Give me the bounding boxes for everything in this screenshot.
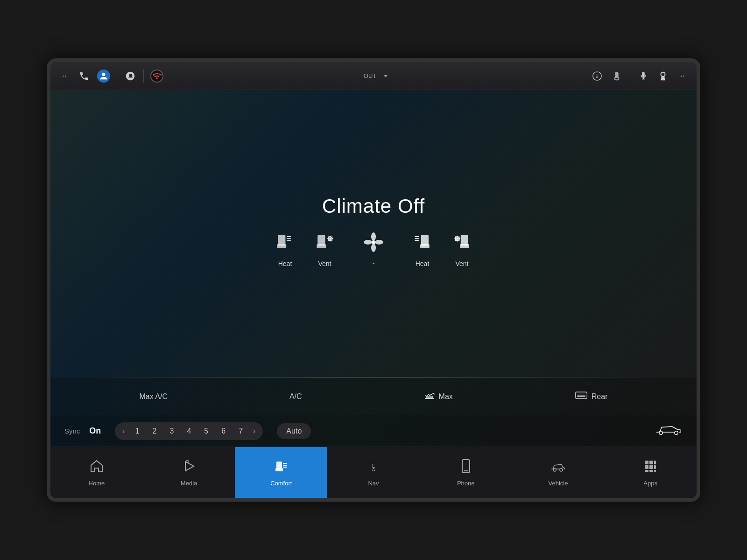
svg-rect-53 [645, 465, 648, 469]
right-heat-icon [412, 231, 433, 256]
comfort-icon [274, 459, 289, 477]
status-center: OUT [364, 71, 390, 81]
rear-button[interactable]: Rear [567, 386, 615, 407]
phone-icon[interactable] [78, 70, 91, 83]
home-label: Home [89, 480, 105, 487]
fan-prev-button[interactable]: ‹ [122, 427, 125, 435]
svg-rect-30 [460, 244, 469, 248]
fan-speed-6[interactable]: 6 [218, 425, 228, 437]
status-left: ·· [58, 69, 163, 83]
fan-speed-1[interactable]: 1 [133, 425, 142, 437]
nav-phone[interactable]: Phone [420, 447, 512, 498]
home-icon [89, 459, 104, 477]
right-vent-icon [451, 231, 472, 256]
media-icon [182, 459, 197, 477]
svg-point-17 [371, 244, 376, 252]
climate-header: Climate Off [50, 90, 697, 377]
svg-rect-54 [649, 465, 653, 469]
nav-media[interactable]: Media [143, 447, 235, 498]
left-heat-icon [275, 231, 296, 256]
svg-rect-50 [645, 461, 648, 464]
left-heat-label: Heat [278, 260, 292, 267]
fan-next-button[interactable]: › [253, 427, 255, 435]
svg-point-49 [560, 469, 563, 471]
nav-apps[interactable]: Apps [604, 447, 697, 498]
fan-speed-7[interactable]: 7 [236, 425, 246, 437]
seatbelt-icon [656, 70, 669, 83]
temperature-icon [610, 70, 623, 83]
svg-rect-52 [654, 461, 656, 464]
auto-button[interactable]: Auto [277, 423, 311, 439]
fan-icon [363, 232, 384, 257]
status-divider-3 [630, 69, 630, 83]
fan-speed-row: Sync On ‹ 1 2 3 4 5 6 7 › Auto [50, 415, 697, 447]
fan-dash: - [373, 259, 375, 267]
nav-vehicle[interactable]: Vehicle [512, 447, 605, 498]
svg-rect-31 [425, 398, 434, 399]
mic-icon[interactable] [637, 70, 650, 83]
ac-button[interactable]: A/C [282, 389, 310, 405]
svg-text:A: A [372, 467, 375, 472]
vehicle-icon [550, 459, 565, 477]
rear-defrost-icon [575, 390, 588, 403]
fan-speed-2[interactable]: 2 [150, 425, 160, 437]
fan-speed-4[interactable]: 4 [184, 425, 194, 437]
max-button[interactable]: Max [416, 386, 460, 407]
svg-rect-51 [649, 461, 653, 464]
svg-point-16 [375, 240, 383, 245]
phone-nav-label: Phone [457, 480, 475, 487]
left-vent-control[interactable]: Vent [314, 231, 335, 267]
status-divider-1 [117, 69, 117, 83]
max-ac-button[interactable]: Max A/C [132, 389, 175, 405]
fan-speed-controls: ‹ 1 2 3 4 5 6 7 › [115, 422, 263, 440]
media-label: Media [181, 480, 197, 487]
svg-point-15 [371, 232, 376, 241]
fan-speed-3[interactable]: 3 [167, 425, 177, 437]
dots-right-icon: ·· [676, 70, 689, 83]
nav-nav[interactable]: E A Nav [327, 447, 420, 498]
vehicle-label: Vehicle [548, 480, 568, 487]
snapchat-icon[interactable] [124, 70, 137, 83]
sync-label: Sync [64, 427, 80, 435]
right-vent-control[interactable]: Vent [451, 231, 472, 267]
wifi-icon[interactable] [150, 70, 163, 83]
controls-row: Max A/C A/C Max [50, 378, 697, 415]
nav-home[interactable]: Home [50, 447, 143, 498]
right-vent-label: Vent [455, 260, 468, 267]
nav-icon: E A [366, 459, 381, 477]
comfort-label: Comfort [270, 480, 292, 487]
right-heat-control[interactable]: Heat [412, 231, 433, 267]
svg-point-38 [675, 431, 678, 435]
nav-label: Nav [368, 480, 379, 487]
svg-point-48 [553, 469, 556, 471]
center-fan: - [363, 232, 384, 267]
apps-label: Apps [643, 480, 657, 487]
svg-rect-58 [654, 470, 656, 472]
max-label: Max [439, 392, 453, 401]
nav-comfort[interactable]: Comfort [235, 447, 327, 498]
right-heat-label: Heat [416, 260, 430, 267]
on-label: On [89, 426, 101, 436]
svg-point-14 [372, 240, 375, 244]
ac-label: A/C [289, 392, 302, 401]
svg-point-37 [659, 431, 663, 435]
person-icon[interactable] [97, 70, 110, 83]
svg-rect-8 [317, 244, 326, 248]
svg-rect-55 [654, 465, 656, 469]
phone-nav-icon [458, 459, 473, 477]
car-profile-icon [655, 421, 683, 441]
fan-speed-5[interactable]: 5 [201, 425, 211, 437]
auto-label: Auto [286, 427, 302, 435]
amazon-icon[interactable]: a [591, 70, 604, 83]
apps-icon [643, 459, 658, 477]
defrost-icon [424, 390, 435, 403]
svg-rect-32 [426, 396, 433, 398]
climate-title: Climate Off [322, 195, 425, 217]
svg-rect-23 [420, 244, 430, 248]
svg-rect-56 [645, 470, 648, 472]
max-ac-label: Max A/C [139, 392, 167, 401]
svg-rect-57 [649, 470, 653, 472]
screen-bezel: ·· [47, 58, 700, 502]
svg-rect-3 [277, 244, 286, 248]
left-heat-control[interactable]: Heat [275, 231, 296, 267]
